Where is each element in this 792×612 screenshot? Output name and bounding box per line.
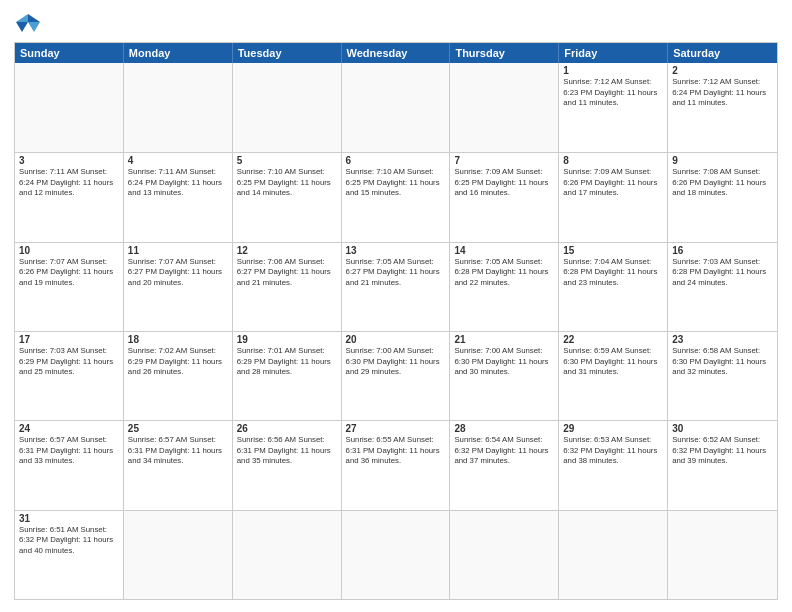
calendar-row: 3Sunrise: 7:11 AM Sunset: 6:24 PM Daylig…	[15, 152, 777, 241]
day-number: 22	[563, 334, 663, 345]
calendar-day-cell: 12Sunrise: 7:06 AM Sunset: 6:27 PM Dayli…	[233, 243, 342, 331]
day-number: 6	[346, 155, 446, 166]
calendar-day-cell: 26Sunrise: 6:56 AM Sunset: 6:31 PM Dayli…	[233, 421, 342, 509]
calendar-header-cell: Sunday	[15, 43, 124, 63]
calendar-day-cell: 24Sunrise: 6:57 AM Sunset: 6:31 PM Dayli…	[15, 421, 124, 509]
calendar-header-cell: Saturday	[668, 43, 777, 63]
calendar-day-cell: 1Sunrise: 7:12 AM Sunset: 6:23 PM Daylig…	[559, 63, 668, 152]
svg-marker-0	[28, 14, 40, 22]
calendar-day-cell: 10Sunrise: 7:07 AM Sunset: 6:26 PM Dayli…	[15, 243, 124, 331]
day-info: Sunrise: 7:03 AM Sunset: 6:28 PM Dayligh…	[672, 257, 773, 289]
calendar-day-cell: 31Sunrise: 6:51 AM Sunset: 6:32 PM Dayli…	[15, 511, 124, 599]
calendar-empty-cell	[233, 511, 342, 599]
calendar-empty-cell	[450, 511, 559, 599]
page: SundayMondayTuesdayWednesdayThursdayFrid…	[0, 0, 792, 612]
header	[14, 12, 778, 34]
calendar-header-cell: Tuesday	[233, 43, 342, 63]
day-info: Sunrise: 6:51 AM Sunset: 6:32 PM Dayligh…	[19, 525, 119, 557]
logo	[14, 12, 46, 34]
day-info: Sunrise: 7:12 AM Sunset: 6:24 PM Dayligh…	[672, 77, 773, 109]
day-info: Sunrise: 7:08 AM Sunset: 6:26 PM Dayligh…	[672, 167, 773, 199]
calendar-day-cell: 30Sunrise: 6:52 AM Sunset: 6:32 PM Dayli…	[668, 421, 777, 509]
day-number: 31	[19, 513, 119, 524]
day-info: Sunrise: 7:00 AM Sunset: 6:30 PM Dayligh…	[454, 346, 554, 378]
day-number: 4	[128, 155, 228, 166]
day-number: 18	[128, 334, 228, 345]
day-info: Sunrise: 7:11 AM Sunset: 6:24 PM Dayligh…	[128, 167, 228, 199]
day-info: Sunrise: 6:58 AM Sunset: 6:30 PM Dayligh…	[672, 346, 773, 378]
calendar-day-cell: 19Sunrise: 7:01 AM Sunset: 6:29 PM Dayli…	[233, 332, 342, 420]
day-number: 14	[454, 245, 554, 256]
day-number: 24	[19, 423, 119, 434]
svg-marker-1	[28, 22, 40, 32]
calendar-day-cell: 15Sunrise: 7:04 AM Sunset: 6:28 PM Dayli…	[559, 243, 668, 331]
day-info: Sunrise: 7:10 AM Sunset: 6:25 PM Dayligh…	[346, 167, 446, 199]
calendar-day-cell: 6Sunrise: 7:10 AM Sunset: 6:25 PM Daylig…	[342, 153, 451, 241]
general-blue-logo-icon	[14, 12, 42, 34]
day-number: 11	[128, 245, 228, 256]
day-number: 20	[346, 334, 446, 345]
svg-marker-2	[16, 14, 28, 22]
calendar-day-cell: 9Sunrise: 7:08 AM Sunset: 6:26 PM Daylig…	[668, 153, 777, 241]
day-info: Sunrise: 7:01 AM Sunset: 6:29 PM Dayligh…	[237, 346, 337, 378]
calendar-day-cell: 3Sunrise: 7:11 AM Sunset: 6:24 PM Daylig…	[15, 153, 124, 241]
day-number: 25	[128, 423, 228, 434]
calendar-empty-cell	[342, 511, 451, 599]
calendar-header-cell: Monday	[124, 43, 233, 63]
day-number: 19	[237, 334, 337, 345]
calendar-day-cell: 22Sunrise: 6:59 AM Sunset: 6:30 PM Dayli…	[559, 332, 668, 420]
day-number: 16	[672, 245, 773, 256]
day-info: Sunrise: 7:07 AM Sunset: 6:26 PM Dayligh…	[19, 257, 119, 289]
day-info: Sunrise: 7:05 AM Sunset: 6:27 PM Dayligh…	[346, 257, 446, 289]
day-info: Sunrise: 6:54 AM Sunset: 6:32 PM Dayligh…	[454, 435, 554, 467]
day-number: 13	[346, 245, 446, 256]
day-info: Sunrise: 7:09 AM Sunset: 6:25 PM Dayligh…	[454, 167, 554, 199]
day-info: Sunrise: 7:06 AM Sunset: 6:27 PM Dayligh…	[237, 257, 337, 289]
calendar-day-cell: 7Sunrise: 7:09 AM Sunset: 6:25 PM Daylig…	[450, 153, 559, 241]
calendar-empty-cell	[124, 511, 233, 599]
svg-marker-3	[16, 22, 28, 32]
calendar: SundayMondayTuesdayWednesdayThursdayFrid…	[14, 42, 778, 600]
day-info: Sunrise: 7:12 AM Sunset: 6:23 PM Dayligh…	[563, 77, 663, 109]
calendar-body: 1Sunrise: 7:12 AM Sunset: 6:23 PM Daylig…	[15, 63, 777, 599]
calendar-row: 10Sunrise: 7:07 AM Sunset: 6:26 PM Dayli…	[15, 242, 777, 331]
calendar-day-cell: 4Sunrise: 7:11 AM Sunset: 6:24 PM Daylig…	[124, 153, 233, 241]
calendar-day-cell: 14Sunrise: 7:05 AM Sunset: 6:28 PM Dayli…	[450, 243, 559, 331]
day-number: 8	[563, 155, 663, 166]
calendar-day-cell: 5Sunrise: 7:10 AM Sunset: 6:25 PM Daylig…	[233, 153, 342, 241]
calendar-header-cell: Wednesday	[342, 43, 451, 63]
day-info: Sunrise: 7:07 AM Sunset: 6:27 PM Dayligh…	[128, 257, 228, 289]
calendar-empty-cell	[342, 63, 451, 152]
day-number: 27	[346, 423, 446, 434]
day-info: Sunrise: 7:02 AM Sunset: 6:29 PM Dayligh…	[128, 346, 228, 378]
calendar-empty-cell	[233, 63, 342, 152]
day-number: 3	[19, 155, 119, 166]
day-number: 29	[563, 423, 663, 434]
day-info: Sunrise: 6:53 AM Sunset: 6:32 PM Dayligh…	[563, 435, 663, 467]
calendar-day-cell: 11Sunrise: 7:07 AM Sunset: 6:27 PM Dayli…	[124, 243, 233, 331]
day-info: Sunrise: 6:55 AM Sunset: 6:31 PM Dayligh…	[346, 435, 446, 467]
calendar-day-cell: 21Sunrise: 7:00 AM Sunset: 6:30 PM Dayli…	[450, 332, 559, 420]
calendar-day-cell: 25Sunrise: 6:57 AM Sunset: 6:31 PM Dayli…	[124, 421, 233, 509]
day-number: 5	[237, 155, 337, 166]
day-number: 9	[672, 155, 773, 166]
calendar-day-cell: 17Sunrise: 7:03 AM Sunset: 6:29 PM Dayli…	[15, 332, 124, 420]
calendar-empty-cell	[559, 511, 668, 599]
calendar-day-cell: 20Sunrise: 7:00 AM Sunset: 6:30 PM Dayli…	[342, 332, 451, 420]
day-info: Sunrise: 7:11 AM Sunset: 6:24 PM Dayligh…	[19, 167, 119, 199]
calendar-day-cell: 16Sunrise: 7:03 AM Sunset: 6:28 PM Dayli…	[668, 243, 777, 331]
day-number: 23	[672, 334, 773, 345]
calendar-day-cell: 29Sunrise: 6:53 AM Sunset: 6:32 PM Dayli…	[559, 421, 668, 509]
day-info: Sunrise: 6:57 AM Sunset: 6:31 PM Dayligh…	[128, 435, 228, 467]
calendar-empty-cell	[668, 511, 777, 599]
day-number: 12	[237, 245, 337, 256]
day-info: Sunrise: 6:59 AM Sunset: 6:30 PM Dayligh…	[563, 346, 663, 378]
day-info: Sunrise: 6:52 AM Sunset: 6:32 PM Dayligh…	[672, 435, 773, 467]
calendar-day-cell: 28Sunrise: 6:54 AM Sunset: 6:32 PM Dayli…	[450, 421, 559, 509]
calendar-row: 17Sunrise: 7:03 AM Sunset: 6:29 PM Dayli…	[15, 331, 777, 420]
day-number: 10	[19, 245, 119, 256]
calendar-row: 24Sunrise: 6:57 AM Sunset: 6:31 PM Dayli…	[15, 420, 777, 509]
day-info: Sunrise: 7:10 AM Sunset: 6:25 PM Dayligh…	[237, 167, 337, 199]
calendar-header-cell: Friday	[559, 43, 668, 63]
day-info: Sunrise: 7:04 AM Sunset: 6:28 PM Dayligh…	[563, 257, 663, 289]
